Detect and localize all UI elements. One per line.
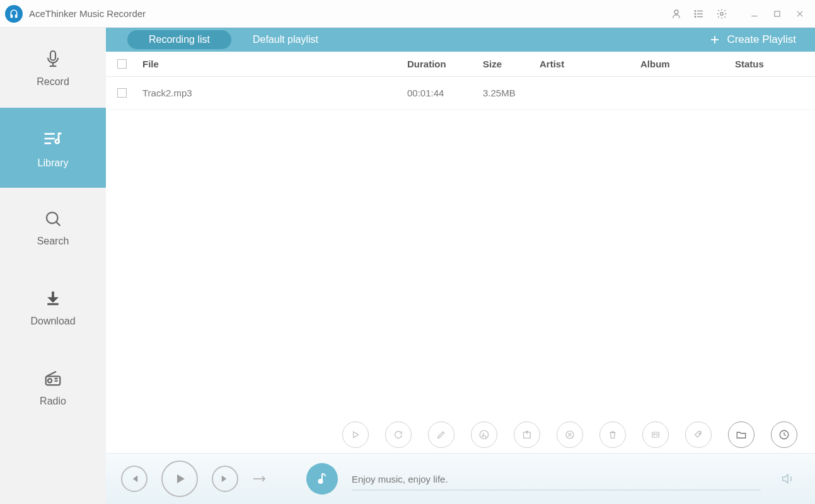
next-icon bbox=[219, 473, 231, 484]
table-header: File Duration Size Artist Album Status bbox=[106, 52, 815, 77]
layout: Record Library Search Download Radio Rec… bbox=[0, 28, 815, 504]
svg-rect-9 bbox=[775, 11, 780, 16]
sidebar-item-label: Radio bbox=[40, 396, 66, 407]
maximize-button[interactable] bbox=[767, 4, 787, 24]
sidebar-item-radio[interactable]: Radio bbox=[0, 348, 106, 428]
music-add-icon bbox=[478, 429, 490, 440]
svg-point-22 bbox=[48, 379, 52, 382]
svg-point-7 bbox=[720, 12, 724, 15]
action-refresh-button[interactable] bbox=[385, 421, 412, 448]
svg-point-32 bbox=[654, 433, 655, 435]
select-all-checkbox[interactable] bbox=[117, 59, 127, 69]
create-playlist-label: Create Playlist bbox=[727, 33, 796, 46]
plus-icon bbox=[709, 34, 720, 45]
main: Recording list Default playlist Create P… bbox=[106, 28, 815, 504]
titlebar: AceThinker Music Recorder bbox=[0, 0, 815, 28]
sidebar-item-label: Record bbox=[37, 76, 69, 88]
user-icon[interactable] bbox=[666, 4, 686, 24]
svg-point-18 bbox=[55, 139, 59, 143]
card-icon bbox=[650, 430, 661, 440]
column-album[interactable]: Album bbox=[640, 59, 735, 69]
action-remove-button[interactable] bbox=[557, 421, 583, 448]
action-history-button[interactable] bbox=[771, 421, 797, 448]
svg-point-6 bbox=[695, 16, 696, 17]
sidebar-item-download[interactable]: Download bbox=[0, 268, 106, 348]
action-play-button[interactable] bbox=[342, 421, 369, 448]
pencil-icon bbox=[436, 430, 446, 440]
table-row[interactable]: Track2.mp3 00:01:44 3.25MB bbox=[106, 77, 815, 110]
svg-rect-12 bbox=[50, 51, 55, 60]
player-bar: Enjoy music, enjoy life. bbox=[106, 454, 815, 504]
svg-line-20 bbox=[57, 222, 61, 226]
cell-size: 3.25MB bbox=[483, 88, 540, 98]
select-all-cell bbox=[117, 59, 142, 69]
create-playlist-button[interactable]: Create Playlist bbox=[709, 33, 815, 46]
list-icon[interactable] bbox=[689, 4, 709, 24]
action-export-button[interactable] bbox=[514, 421, 540, 448]
action-tag-button[interactable] bbox=[685, 421, 712, 448]
actions-row bbox=[106, 416, 815, 454]
speaker-icon bbox=[780, 472, 794, 486]
music-note-icon bbox=[315, 471, 330, 486]
titlebar-left: AceThinker Music Recorder bbox=[5, 5, 146, 23]
svg-point-5 bbox=[695, 13, 696, 14]
now-playing-text: Enjoy music, enjoy life. bbox=[352, 474, 761, 484]
sidebar: Record Library Search Download Radio bbox=[0, 28, 106, 504]
folder-icon bbox=[736, 429, 747, 440]
action-identify-button[interactable] bbox=[471, 421, 497, 448]
minimize-button[interactable] bbox=[744, 4, 765, 24]
settings-icon[interactable] bbox=[712, 4, 732, 24]
column-artist[interactable]: Artist bbox=[540, 59, 640, 69]
svg-point-0 bbox=[674, 10, 678, 14]
svg-point-27 bbox=[480, 430, 488, 439]
trash-icon bbox=[608, 430, 618, 440]
previous-button[interactable] bbox=[121, 466, 147, 492]
tab-recording-list[interactable]: Recording list bbox=[127, 30, 231, 49]
tabs-bar: Recording list Default playlist Create P… bbox=[106, 28, 815, 52]
row-checkbox[interactable] bbox=[117, 88, 127, 98]
svg-point-35 bbox=[699, 433, 700, 434]
table-body: Track2.mp3 00:01:44 3.25MB bbox=[106, 77, 815, 416]
progress-bar[interactable] bbox=[352, 490, 761, 491]
svg-point-38 bbox=[319, 479, 323, 483]
action-delete-button[interactable] bbox=[599, 421, 626, 448]
export-icon bbox=[522, 430, 532, 440]
sidebar-item-record[interactable]: Record bbox=[0, 28, 106, 108]
next-button[interactable] bbox=[212, 466, 238, 492]
sidebar-item-search[interactable]: Search bbox=[0, 188, 106, 268]
titlebar-right bbox=[666, 4, 810, 24]
tab-label: Default playlist bbox=[253, 34, 318, 45]
previous-icon bbox=[129, 473, 140, 484]
column-file[interactable]: File bbox=[142, 59, 407, 69]
column-status[interactable]: Status bbox=[735, 59, 798, 69]
close-button[interactable] bbox=[790, 4, 810, 24]
sidebar-item-label: Download bbox=[30, 316, 75, 327]
app-logo-icon bbox=[5, 5, 23, 23]
column-duration[interactable]: Duration bbox=[407, 59, 483, 69]
arrow-right-icon bbox=[252, 475, 267, 483]
play-mode-button[interactable] bbox=[252, 475, 267, 483]
svg-point-28 bbox=[482, 435, 483, 436]
sidebar-item-library[interactable]: Library bbox=[0, 108, 106, 188]
sidebar-item-label: Library bbox=[38, 158, 69, 169]
tag-icon bbox=[693, 430, 703, 440]
volume-button[interactable] bbox=[775, 472, 800, 486]
cell-duration: 00:01:44 bbox=[407, 88, 483, 98]
svg-point-19 bbox=[47, 212, 58, 224]
tab-default-playlist[interactable]: Default playlist bbox=[231, 30, 340, 49]
action-info-button[interactable] bbox=[642, 421, 669, 448]
play-icon bbox=[172, 471, 187, 486]
action-edit-button[interactable] bbox=[428, 421, 454, 448]
x-circle-icon bbox=[565, 430, 575, 440]
play-button[interactable] bbox=[161, 461, 198, 497]
play-icon bbox=[350, 430, 361, 440]
sidebar-item-label: Search bbox=[37, 236, 69, 247]
svg-point-4 bbox=[695, 10, 696, 11]
clock-icon bbox=[778, 429, 790, 440]
tab-label: Recording list bbox=[149, 34, 210, 45]
refresh-icon bbox=[393, 430, 403, 440]
app-title: AceThinker Music Recorder bbox=[29, 8, 146, 19]
column-size[interactable]: Size bbox=[483, 59, 540, 69]
svg-rect-31 bbox=[652, 432, 659, 437]
action-folder-button[interactable] bbox=[728, 421, 754, 448]
